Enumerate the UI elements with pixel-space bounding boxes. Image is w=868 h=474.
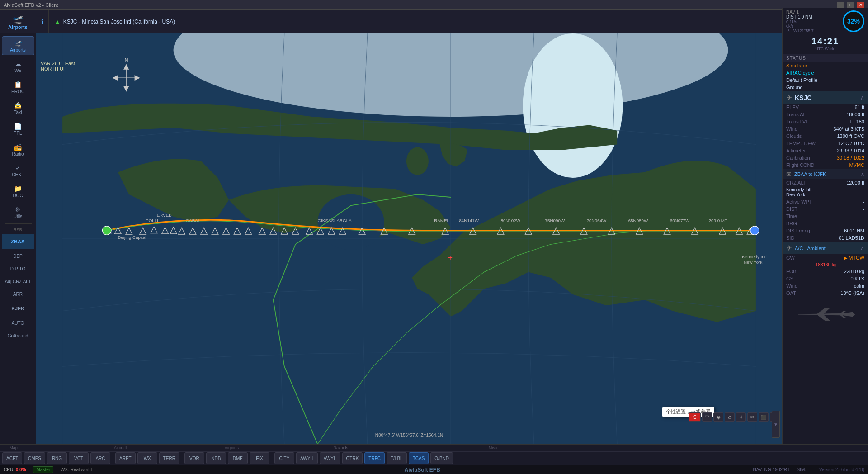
- ndb-button[interactable]: NDB: [206, 452, 226, 464]
- rsb-kjfk[interactable]: KJFK: [2, 301, 34, 316]
- doc-label: DOC: [13, 193, 23, 198]
- terr-button[interactable]: TERR: [159, 452, 179, 464]
- north-up-text: NORTH UP: [41, 66, 75, 71]
- arpt-button[interactable]: ARPT: [115, 452, 136, 464]
- tcas-button[interactable]: TCAS: [409, 452, 429, 464]
- rsb-dir-to[interactable]: DIR TO: [2, 262, 34, 275]
- nav-header: NAV 1 DIST 1.0 NM 0.1k/s 0k/s .8°, W121°…: [782, 8, 868, 35]
- rsb-auto[interactable]: AUTO: [2, 317, 34, 329]
- dest-name: Kennedy Intl New York: [783, 186, 868, 198]
- airport-chevron-icon[interactable]: ∧: [860, 95, 864, 101]
- brg-label: BRG: [786, 221, 797, 226]
- time-row: Time -: [783, 213, 868, 220]
- sidebar-item-utils[interactable]: ⚙ Utils: [2, 203, 34, 222]
- sidebar-item-fpl[interactable]: 📄 FPL: [2, 119, 34, 138]
- vor-button[interactable]: VOR: [184, 452, 204, 464]
- time-display: 14:21 UTC World: [783, 33, 868, 54]
- trfc-button[interactable]: TRFC: [364, 452, 385, 464]
- arc-button[interactable]: ARC: [90, 452, 110, 464]
- ac-chevron-icon[interactable]: ∧: [860, 245, 864, 251]
- acft-button[interactable]: ACFT: [2, 452, 22, 464]
- route-chevron-icon[interactable]: ∧: [861, 171, 864, 177]
- fix-button[interactable]: FIX: [250, 452, 269, 464]
- sidebar-item-radio[interactable]: 📻 Radio: [2, 140, 34, 159]
- sidebar-item-taxi[interactable]: 🚖 Taxi: [2, 99, 34, 118]
- maximize-button[interactable]: □: [847, 2, 854, 8]
- app: 🛫 Airports ℹ ▲ KSJC - Mineta San Jose In…: [0, 10, 868, 474]
- airports-section-label: — Airports —: [217, 446, 247, 450]
- radio-label: Radio: [12, 152, 24, 156]
- route-envelope-icon: ✉: [786, 171, 792, 178]
- time-label2: Time: [786, 213, 797, 219]
- toolbar-section-navaids: — Navaids —: [326, 445, 479, 451]
- bottom-toolbar: — Map — — Aircraft — — Airports — — Nava…: [0, 444, 868, 465]
- flight-cond-value: MVMC: [849, 162, 864, 168]
- info-button[interactable]: ℹ: [36, 10, 49, 33]
- dme-button[interactable]: DME: [228, 452, 248, 464]
- oat-row: OAT 13°C (ISA): [783, 289, 868, 297]
- rsb-adj-crz[interactable]: Adj CRZ ALT: [2, 275, 34, 288]
- wind-label: Wind: [786, 126, 797, 132]
- crz-alt-label: CRZ ALT: [786, 180, 806, 185]
- svg-text:70N064W: 70N064W: [587, 218, 607, 223]
- input-icon-2[interactable]: ◉: [713, 412, 723, 422]
- input-icon-1[interactable]: 中: [702, 412, 712, 422]
- input-icon-3[interactable]: ♺: [725, 412, 735, 422]
- otrk-button[interactable]: OTRK: [342, 452, 363, 464]
- gw-neg-value: -183160 kg: [783, 262, 868, 268]
- fob-label: FOB: [786, 269, 797, 274]
- sidebar-item-wx[interactable]: ☁ Wx: [2, 57, 34, 76]
- departure-text: KSJC - Mineta San Jose Intl (California …: [63, 19, 175, 25]
- rng-button[interactable]: RNG: [47, 452, 67, 464]
- scroll-indicator[interactable]: ▼: [774, 422, 778, 427]
- trans-alt-value: 18000 ft: [846, 112, 864, 117]
- awyh-button[interactable]: AWYH: [296, 452, 318, 464]
- nav-percent: 32%: [847, 18, 860, 25]
- input-icon-4[interactable]: ⬇: [736, 412, 746, 422]
- route-header: ✉ ZBAA to KJFK ∧: [783, 169, 868, 179]
- toolbar-section-airports: — Airports —: [217, 445, 326, 451]
- calibration-label: Calibration: [786, 155, 810, 161]
- cmps-button[interactable]: CMPS: [24, 452, 45, 464]
- calibration-value: 30.18 / 1022: [837, 155, 864, 161]
- svg-text:Beijing Capital: Beijing Capital: [118, 235, 146, 240]
- city-button[interactable]: CITY: [274, 452, 294, 464]
- rsb-goaround[interactable]: GoAround: [2, 329, 34, 342]
- input-icon-6[interactable]: ⬛: [759, 412, 769, 422]
- temp-dew-value: 12°C / 10°C: [838, 141, 864, 146]
- ambient-wind-label: Wind: [786, 283, 797, 289]
- awyl-button[interactable]: AWYL: [320, 452, 340, 464]
- cpu-value: 0.0%: [16, 467, 26, 472]
- sidebar-item-chkl[interactable]: ✓ CHKL: [2, 161, 34, 180]
- ground-value: Ground: [786, 85, 803, 90]
- close-button[interactable]: ✕: [857, 2, 864, 8]
- rsb-zbaa[interactable]: ZBAA: [2, 234, 34, 249]
- brg-value: -: [863, 221, 864, 226]
- profile-value: Default Profile: [786, 77, 817, 83]
- tlbl-button[interactable]: T/LBL: [387, 452, 407, 464]
- map-variation: VAR 26.6° East NORTH UP: [41, 61, 75, 71]
- status-simulator: Simulator: [783, 62, 868, 69]
- sidebar-item-airports[interactable]: 🛫 Airports: [2, 36, 34, 55]
- window-title: AivlaSoft EFB v2 - Client: [4, 2, 58, 8]
- fob-row: FOB 22810 kg: [783, 268, 868, 275]
- sidebar-item-doc[interactable]: 📁 DOC: [2, 182, 34, 201]
- input-icon-5[interactable]: ✉: [747, 412, 757, 422]
- toolbar-section-aircraft: — Aircraft —: [106, 445, 217, 451]
- airport-code: KSJC: [795, 94, 811, 101]
- sougou-icon[interactable]: S: [689, 412, 701, 422]
- nav-info: NAV 1 DIST 1.0 NM 0.1k/s 0k/s .8°, W121°…: [786, 9, 814, 33]
- map-area[interactable]: POLLI ERVEB Beijing Capital GABAL GIKSAS…: [36, 33, 782, 444]
- airports-nav-button[interactable]: 🛫 Airports: [8, 14, 28, 30]
- obnd-button[interactable]: O/BND: [430, 452, 453, 464]
- airport-header: ✈ KSJC ∧: [783, 91, 868, 104]
- statusbar: CPU: 0.0% Master WX: Real world AivlaSof…: [0, 465, 868, 474]
- vct-button[interactable]: VCT: [69, 452, 89, 464]
- toolbar-divider-3: [272, 453, 272, 464]
- chkl-label: CHKL: [12, 172, 24, 177]
- sidebar-item-proc[interactable]: 📋 PROC: [2, 78, 34, 97]
- rsb-arr[interactable]: ARR: [2, 288, 34, 300]
- wx-toolbar-button[interactable]: WX: [137, 452, 157, 464]
- minimize-button[interactable]: –: [837, 2, 844, 8]
- rsb-dep[interactable]: DEP: [2, 250, 34, 262]
